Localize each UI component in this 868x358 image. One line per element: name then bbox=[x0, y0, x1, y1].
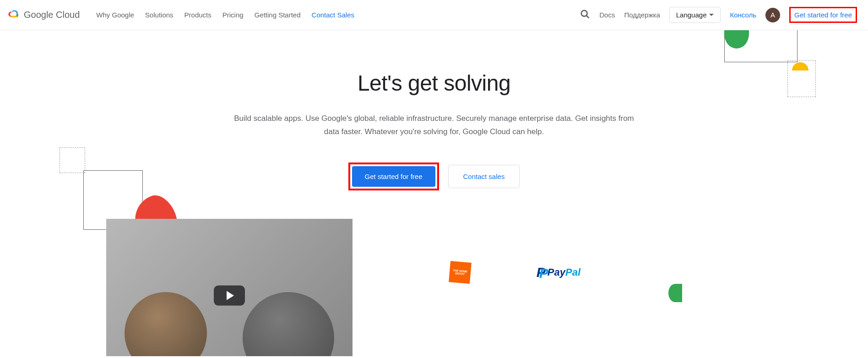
paypal-p-icon: P bbox=[537, 265, 546, 280]
nav-contact-sales[interactable]: Contact Sales bbox=[312, 8, 354, 22]
decoration-dashed-box-left bbox=[60, 147, 85, 173]
avatar-letter: A bbox=[770, 11, 775, 19]
nav-console[interactable]: Консоль bbox=[730, 11, 756, 19]
hero-subtitle: Build scalable apps. Use Google's global… bbox=[228, 112, 640, 139]
home-depot-logo: THE HOME DEPOT bbox=[449, 261, 472, 284]
right-nav: Docs Поддержка Language Консоль A Get st… bbox=[580, 7, 857, 23]
language-selector[interactable]: Language bbox=[669, 7, 721, 23]
main-nav: Why Google Solutions Products Pricing Ge… bbox=[96, 8, 354, 22]
header-get-started-button[interactable]: Get started for free bbox=[789, 7, 857, 23]
play-icon bbox=[227, 291, 234, 300]
nav-support[interactable]: Поддержка bbox=[624, 11, 660, 19]
nav-docs[interactable]: Docs bbox=[599, 11, 615, 19]
svg-point-0 bbox=[581, 10, 587, 16]
highlight-box-primary-cta: Get started for free bbox=[348, 163, 439, 190]
nav-pricing[interactable]: Pricing bbox=[222, 8, 244, 22]
decoration-green-slice bbox=[668, 284, 682, 302]
nav-why-google[interactable]: Why Google bbox=[96, 8, 134, 22]
paypal-logo: P PayPal bbox=[537, 265, 580, 280]
get-started-button[interactable]: Get started for free bbox=[352, 166, 435, 187]
top-nav: Google Cloud Why Google Solutions Produc… bbox=[0, 0, 868, 30]
svg-line-1 bbox=[586, 15, 589, 18]
nav-solutions[interactable]: Solutions bbox=[145, 8, 174, 22]
contact-sales-button[interactable]: Contact sales bbox=[448, 165, 520, 188]
nav-getting-started[interactable]: Getting Started bbox=[255, 8, 301, 22]
search-icon[interactable] bbox=[580, 9, 590, 21]
nav-products[interactable]: Products bbox=[184, 8, 212, 22]
play-button[interactable] bbox=[214, 286, 245, 306]
brand-logo-block[interactable]: Google Cloud bbox=[7, 9, 80, 22]
hero-title: Let's get solving bbox=[0, 71, 868, 96]
brand-name: Google Cloud bbox=[24, 10, 80, 20]
language-label: Language bbox=[676, 11, 707, 19]
partner-logos-row: THE HOME DEPOT P PayPal bbox=[417, 262, 613, 283]
google-cloud-logo-icon bbox=[7, 9, 20, 22]
hero-video-thumbnail[interactable] bbox=[106, 219, 353, 356]
avatar[interactable]: A bbox=[765, 8, 780, 22]
chevron-down-icon bbox=[709, 14, 714, 16]
